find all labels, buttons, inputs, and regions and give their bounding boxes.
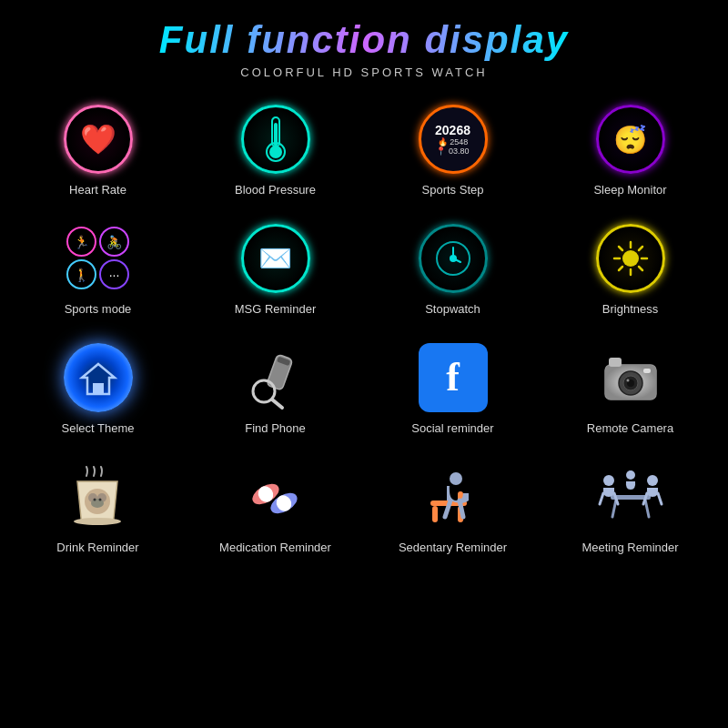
svg-point-34 xyxy=(91,499,104,508)
drink-reminder-icon-wrap xyxy=(62,460,135,533)
sm-walk: 🚶 xyxy=(66,259,96,289)
drink-reminder-label: Drink Reminder xyxy=(56,541,138,556)
social-reminder-label: Social reminder xyxy=(411,421,493,437)
find-phone-wrap-inner xyxy=(241,343,310,412)
feature-social-reminder[interactable]: f Social reminder xyxy=(364,334,541,444)
svg-rect-18 xyxy=(93,383,104,394)
camera-wrap-inner xyxy=(596,343,665,412)
blood-pressure-icon-wrap xyxy=(239,103,312,176)
meeting-reminder-icon-wrap xyxy=(594,460,667,533)
step-sub1: 🔥 2548 xyxy=(438,137,469,147)
msg-reminder-icon-wrap: ✉️ xyxy=(239,222,312,295)
sports-step-label: Sports Step xyxy=(422,183,484,198)
feature-sports-step[interactable]: 20268 🔥 2548 📍 03.80 Sports Step xyxy=(364,96,541,206)
svg-point-36 xyxy=(99,498,102,500)
sm-run: 🏃 xyxy=(66,227,96,257)
find-phone-svg-icon xyxy=(244,346,308,410)
medication-reminder-icon-wrap xyxy=(239,460,312,533)
medication-reminder-label: Medication Reminder xyxy=(219,541,331,556)
sleep-circle: 😴 xyxy=(596,105,665,174)
stopwatch-icon-wrap xyxy=(417,222,490,295)
stopwatch-label: Stopwatch xyxy=(425,302,480,318)
feature-stopwatch[interactable]: Stopwatch xyxy=(364,215,541,325)
feature-find-phone[interactable]: Find Phone xyxy=(187,334,364,444)
envelope-icon: ✉️ xyxy=(258,242,292,274)
heart-rate-label: Heart Rate xyxy=(69,183,126,198)
feature-select-theme[interactable]: Select Theme xyxy=(9,334,187,444)
sedentary-reminder-label: Sedentary Reminder xyxy=(399,541,507,556)
brightness-circle xyxy=(596,224,665,293)
svg-point-37 xyxy=(74,518,121,525)
sports-mode-icon-wrap: 🏃 🚴 🚶 ··· xyxy=(62,222,135,295)
feature-remote-camera[interactable]: Remote Camera xyxy=(541,334,719,444)
stopwatch-circle xyxy=(419,224,488,293)
svg-point-55 xyxy=(647,475,658,486)
page: Full function display COLORFUL HD SPORTS… xyxy=(0,0,728,728)
heart-icon: ❤️ xyxy=(80,122,116,157)
blood-pressure-circle xyxy=(241,105,310,174)
meeting-reminder-label: Meeting Reminder xyxy=(581,541,678,556)
brightness-label: Brightness xyxy=(602,302,658,318)
feature-heart-rate[interactable]: ❤️ Heart Rate xyxy=(9,96,187,206)
svg-line-53 xyxy=(600,493,603,504)
sm-bike: 🚴 xyxy=(99,227,129,257)
feature-blood-pressure[interactable]: Blood Pressure xyxy=(187,96,364,206)
svg-line-13 xyxy=(619,247,622,250)
feature-sports-mode[interactable]: 🏃 🚴 🚶 ··· Sports mode xyxy=(9,215,187,325)
feature-brightness[interactable]: Brightness xyxy=(541,215,719,325)
svg-line-16 xyxy=(619,267,622,270)
svg-rect-43 xyxy=(432,506,438,522)
brightness-svg-icon xyxy=(611,238,651,278)
sports-step-circle: 20268 🔥 2548 📍 03.80 xyxy=(419,105,488,174)
meeting-wrap-inner xyxy=(596,462,665,531)
svg-point-46 xyxy=(450,472,462,485)
svg-point-28 xyxy=(626,379,629,381)
sports-step-icon-wrap: 20268 🔥 2548 📍 03.80 xyxy=(417,103,490,176)
sub-title: COLORFUL HD SPORTS WATCH xyxy=(240,66,487,79)
select-theme-circle xyxy=(64,343,133,412)
svg-line-51 xyxy=(645,500,649,517)
drink-wrap-inner xyxy=(64,462,133,531)
sedentary-reminder-icon-wrap xyxy=(417,460,490,533)
feature-medication-reminder[interactable]: Medication Reminder xyxy=(187,453,364,563)
find-phone-label: Find Phone xyxy=(245,421,306,437)
brightness-icon-wrap xyxy=(594,222,667,295)
social-wrap-inner: f xyxy=(419,343,488,412)
features-grid: ❤️ Heart Rate Blood Pressure xyxy=(9,96,719,563)
remote-camera-icon-wrap xyxy=(594,341,667,414)
msg-reminder-label: MSG Reminder xyxy=(235,302,317,318)
svg-point-52 xyxy=(603,475,614,486)
step-number: 20268 xyxy=(435,123,470,137)
sports-mode-grid: 🏃 🚴 🚶 ··· xyxy=(66,227,129,289)
select-theme-label: Select Theme xyxy=(62,421,135,437)
home-icon xyxy=(80,359,116,396)
svg-line-15 xyxy=(639,247,642,250)
svg-line-57 xyxy=(658,493,662,504)
meeting-svg-icon xyxy=(598,466,663,528)
thermometer-icon xyxy=(259,114,292,165)
feature-drink-reminder[interactable]: Drink Reminder xyxy=(9,453,187,563)
svg-rect-2 xyxy=(274,123,278,147)
sleep-icon: 😴 xyxy=(613,124,647,156)
svg-line-14 xyxy=(639,267,642,270)
medication-svg-icon xyxy=(246,467,305,526)
heart-rate-circle: ❤️ xyxy=(64,105,133,174)
stopwatch-svg-icon xyxy=(433,238,473,278)
svg-line-22 xyxy=(272,399,282,408)
remote-camera-label: Remote Camera xyxy=(587,421,673,437)
find-phone-icon-wrap xyxy=(239,341,312,414)
msg-circle: ✉️ xyxy=(241,224,310,293)
heart-rate-icon-wrap: ❤️ xyxy=(62,103,135,176)
feature-sedentary-reminder[interactable]: Sedentary Reminder xyxy=(364,453,541,563)
svg-rect-29 xyxy=(609,358,622,367)
sedentary-svg-icon xyxy=(423,466,482,528)
svg-rect-30 xyxy=(643,369,651,373)
social-reminder-icon-wrap: f xyxy=(417,341,490,414)
feature-sleep-monitor[interactable]: 😴 Sleep Monitor xyxy=(541,96,719,206)
blood-pressure-label: Blood Pressure xyxy=(235,183,316,198)
sports-mode-label: Sports mode xyxy=(65,302,132,318)
feature-msg-reminder[interactable]: ✉️ MSG Reminder xyxy=(187,215,364,325)
feature-meeting-reminder[interactable]: Meeting Reminder xyxy=(541,453,719,563)
camera-svg-icon xyxy=(598,350,663,405)
facebook-icon: f xyxy=(446,354,460,400)
